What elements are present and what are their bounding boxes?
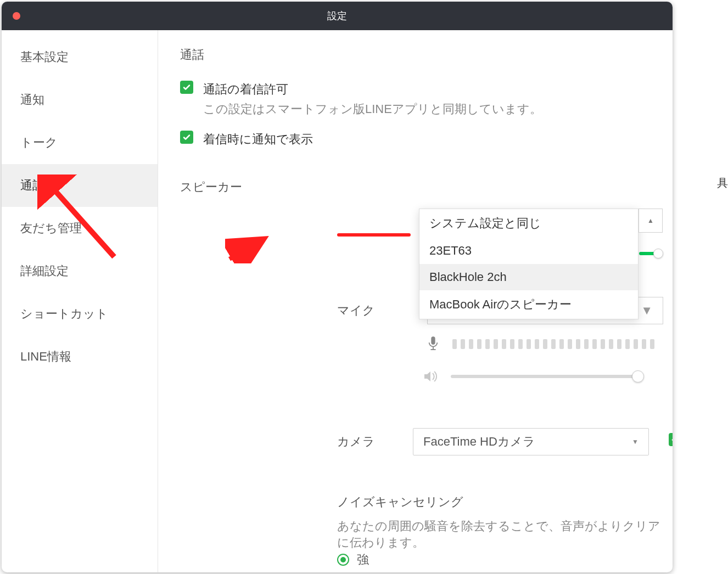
auto-volume-row: 音量の自動設定	[669, 372, 673, 507]
check-icon	[182, 83, 191, 92]
speaker-option-blackhole[interactable]: BlackHole 2ch	[419, 264, 638, 290]
sidebar-item-friends[interactable]: 友だち管理	[2, 207, 158, 250]
noise-strong-label: 強	[357, 552, 369, 568]
noise-strong-radio[interactable]	[337, 554, 349, 566]
allow-incoming-row: 通話の着信許可 この設定はスマートフォン版LINEアプリと同期しています。	[180, 80, 651, 117]
mic-volume-slider[interactable]	[451, 375, 643, 378]
allow-incoming-checkbox[interactable]	[180, 81, 193, 94]
sidebar-item-advanced[interactable]: 詳細設定	[2, 250, 158, 292]
settings-window: 設定 基本設定 通知 トーク 通話 友だち管理 詳細設定 ショートカット LIN…	[2, 2, 673, 572]
background-fragment: 具	[717, 176, 728, 190]
speaker-option-system[interactable]: システム設定と同じ	[419, 209, 638, 238]
sidebar-item-talk[interactable]: トーク	[2, 121, 158, 164]
section-title: 通話	[180, 47, 651, 63]
sidebar-item-label: 通話	[20, 178, 44, 192]
sidebar-item-basic[interactable]: 基本設定	[2, 36, 158, 78]
check-icon	[671, 435, 673, 444]
noise-cancelling-section: ノイズキャンセリング あなたの周囲の騒音を除去することで、音声がよりクリアに伝わ…	[337, 494, 673, 551]
mic-level-meter	[452, 339, 654, 349]
speaker-volume-slider-partial[interactable]	[639, 249, 663, 257]
radio-dot	[340, 557, 346, 562]
speaker-row: スピーカー	[180, 179, 651, 195]
notify-incoming-label: 着信時に通知で表示	[203, 130, 313, 149]
content-panel: 通話 通話の着信許可 この設定はスマートフォン版LINEアプリと同期しています。…	[158, 30, 673, 572]
mic-volume-row	[423, 370, 643, 382]
titlebar: 設定	[2, 2, 673, 30]
microphone-icon	[427, 336, 439, 352]
camera-select[interactable]: FaceTime HDカメラ ▼	[413, 428, 649, 455]
svg-rect-0	[431, 336, 435, 345]
window-title: 設定	[327, 9, 347, 22]
notify-incoming-checkbox[interactable]	[180, 131, 193, 144]
noise-title: ノイズキャンセリング	[337, 494, 673, 510]
notify-incoming-row: 着信時に通知で表示	[180, 130, 651, 149]
sidebar: 基本設定 通知 トーク 通話 友だち管理 詳細設定 ショートカット LINE情報	[2, 30, 158, 572]
noise-desc: あなたの周囲の騒音を除去することで、音声がよりクリアに伝わります。	[337, 518, 673, 551]
speaker-dropdown-collapse[interactable]: ▲	[639, 209, 663, 233]
camera-row: カメラ FaceTime HDカメラ ▼	[337, 428, 649, 455]
auto-volume-checkbox[interactable]	[669, 433, 673, 446]
option-label: システム設定と同じ	[429, 216, 541, 230]
camera-label: カメラ	[337, 434, 381, 450]
speaker-dropdown: システム設定と同じ 23ET63 BlackHole 2ch MacBook A…	[419, 209, 639, 319]
chevron-down-icon: ▼	[641, 303, 653, 318]
sidebar-item-label: 基本設定	[20, 50, 69, 64]
option-label: MacBook Airのスピーカー	[429, 297, 572, 311]
chevron-down-icon: ▼	[632, 438, 639, 446]
option-label: BlackHole 2ch	[429, 270, 507, 284]
mic-level-row	[427, 336, 654, 352]
slider-knob[interactable]	[632, 370, 644, 382]
slider-knob[interactable]	[653, 249, 663, 258]
speaker-option-macbook[interactable]: MacBook Airのスピーカー	[419, 290, 638, 319]
annotation-underline	[337, 233, 411, 237]
sidebar-item-shortcuts[interactable]: ショートカット	[2, 292, 158, 335]
camera-selected-value: FaceTime HDカメラ	[423, 434, 535, 450]
speaker-label: スピーカー	[180, 179, 251, 195]
sidebar-item-label: 通知	[20, 93, 44, 106]
sidebar-item-label: 詳細設定	[20, 264, 69, 278]
check-icon	[182, 133, 191, 142]
sidebar-item-label: ショートカット	[20, 307, 108, 320]
window-body: 基本設定 通知 トーク 通話 友だち管理 詳細設定 ショートカット LINE情報…	[2, 30, 673, 572]
option-label: 23ET63	[429, 244, 472, 257]
allow-incoming-label: 通話の着信許可	[203, 80, 542, 99]
noise-strong-row: 強	[337, 552, 369, 568]
sidebar-item-label: LINE情報	[20, 350, 71, 363]
speaker-icon	[423, 370, 438, 382]
allow-incoming-text: 通話の着信許可 この設定はスマートフォン版LINEアプリと同期しています。	[203, 80, 542, 117]
sidebar-item-line-info[interactable]: LINE情報	[2, 335, 158, 378]
speaker-option-23et63[interactable]: 23ET63	[419, 238, 638, 264]
sidebar-item-notifications[interactable]: 通知	[2, 78, 158, 121]
sidebar-item-label: 友だち管理	[20, 221, 82, 235]
sidebar-item-calls[interactable]: 通話	[2, 164, 158, 207]
allow-incoming-desc: この設定はスマートフォン版LINEアプリと同期しています。	[203, 101, 542, 117]
sidebar-item-label: トーク	[20, 136, 58, 149]
close-window-button[interactable]	[13, 12, 20, 20]
mic-label: マイク	[337, 302, 375, 319]
